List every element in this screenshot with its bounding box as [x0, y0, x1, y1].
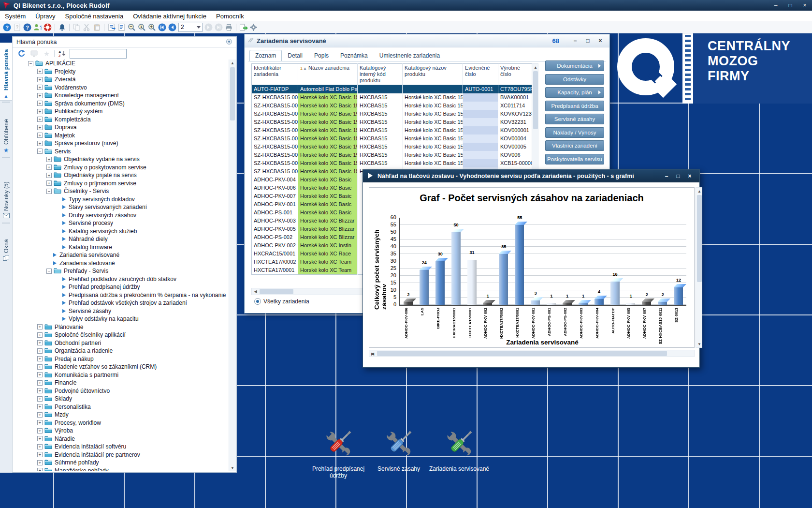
scroll-left-icon[interactable]: ◀ [252, 288, 259, 295]
tree-item-evidencia-in-tal-ci-softv-ru[interactable]: +Evidencia inštalácií softvéru [14, 443, 229, 451]
tree-item-preh-ad-odst-vok-v-etk-ch-strojov-a-zariaden[interactable]: Prehľad odstávok všetkých strojov a zari… [14, 299, 229, 307]
tree-item-financie[interactable]: +Financie [14, 379, 229, 387]
close-icon[interactable]: × [684, 171, 696, 181]
tab-zoznam[interactable]: Zoznam [249, 50, 282, 61]
zoom-100-icon[interactable]: 1 [137, 22, 147, 32]
tree-item-spr-va-dokumentov-dms[interactable]: +Správa dokumentov (DMS) [14, 100, 229, 108]
scroll-thumb[interactable] [697, 195, 702, 282]
tree-item-v-roba[interactable]: +Výroba [14, 427, 229, 435]
tree-item-spolo-n-seln-ky-aplik-ci[interactable]: +Spoločné číselníky aplikácií [14, 331, 229, 339]
zoom-out-icon[interactable] [127, 22, 137, 32]
minimize-icon[interactable]: – [768, 0, 783, 11]
tree-item-s-hrnn-poh-ady[interactable]: +Súhrnné pohľady [14, 459, 229, 467]
n-klady-v-nosy-button[interactable]: Náklady / Výnosy [545, 127, 604, 138]
next-page-icon[interactable] [203, 22, 214, 32]
panel-pin-icon[interactable] [226, 38, 232, 46]
expand-icon[interactable]: + [37, 428, 43, 433]
column-header-katal-gov-intern-k-d-produktu[interactable]: Katalógový interný kód produktu [358, 64, 403, 85]
expand-icon[interactable]: + [37, 340, 43, 345]
column-header-eviden-n-slo[interactable]: Evidenčné číslo [463, 64, 498, 85]
tree-item-servisn-procesy[interactable]: Servisné procesy [14, 219, 229, 227]
expand-icon[interactable]: + [46, 173, 52, 178]
tree-item-evidencia-in-tal-ci-pre-partnerov[interactable]: +Evidencia inštalácií pre partnerov [14, 451, 229, 459]
vlastn-ci-zariaden-button[interactable]: Vlastníci zariadení [545, 140, 604, 151]
cut-icon[interactable] [82, 22, 92, 32]
tree-item-doprava[interactable]: +Doprava [14, 123, 229, 132]
tree-item-kompletiz-cia[interactable]: +Kompletizácia [14, 116, 229, 124]
expand-icon[interactable]: + [37, 133, 43, 138]
dokument-cia-button[interactable]: Dokumentácia [545, 60, 604, 71]
tree-item-podvojn-tovn-ctvo[interactable]: +Podvojné účtovníctvo [14, 387, 229, 395]
zoom-in-icon[interactable] [147, 22, 157, 32]
refresh-icon[interactable] [16, 48, 27, 59]
menu-pravy[interactable]: Úpravy [30, 13, 60, 20]
table-row-sz-hxcbas15-0010[interactable]: SZ-HXCBAS15-0010Horské kolo XC Basic 15"… [252, 143, 532, 151]
radio-selected-icon[interactable] [254, 298, 261, 305]
table-row-sz-hxcbas15-0009[interactable]: SZ-HXCBAS15-0009Horské kolo XC Basic 15"… [252, 134, 532, 143]
expand-icon[interactable]: + [37, 452, 43, 457]
scroll-up-icon[interactable]: ▲ [229, 60, 236, 66]
maximize-icon[interactable]: □ [672, 171, 684, 181]
export-icon[interactable] [238, 22, 248, 32]
poskytovatelia-servisu-button[interactable]: Poskytovatelia servisu [545, 154, 604, 164]
expand-icon[interactable]: + [37, 468, 43, 471]
desktop-icon-zariadenia-servisovan[interactable]: Zariadenia servisované [428, 426, 491, 472]
expand-icon[interactable]: + [37, 117, 43, 122]
tree-item-predaj-a-n-kup[interactable]: +Predaj a nákup [14, 355, 229, 363]
table-row-sz-hxcbas15-0008[interactable]: SZ-HXCBAS15-0008Horské kolo XC Basic 15"… [252, 126, 532, 134]
context-help-icon[interactable]: ? [12, 22, 22, 32]
table-row-sz-hxcbas15-0006[interactable]: SZ-HXCBAS15-0006Horské kolo XC Basic 15"… [252, 110, 532, 118]
tree-item-seln-ky-servis[interactable]: −Číselníky - Servis [14, 187, 229, 195]
tree-item-zariadenia-sledovan[interactable]: Zariadenia sledované [14, 259, 229, 268]
tree-item-objedn-vky-vydan-na-servis[interactable]: +Objednávky vydané na servis [14, 155, 229, 164]
prev-page-icon[interactable] [167, 22, 177, 32]
sort-az-icon[interactable]: AZ [57, 48, 67, 59]
tree-item-zmluvy-o-poskytovanom-servise[interactable]: +Zmluvy o poskytovanom servise [14, 164, 229, 172]
desktop-icon-preh-ad-predp-sanej-dr-by[interactable]: Prehľad predpísanej údržby [307, 426, 370, 479]
expand-icon[interactable]: + [46, 164, 52, 170]
tree-item-knowledge-management[interactable]: +Knowledge management [14, 91, 229, 100]
collapse-icon[interactable]: − [37, 149, 43, 154]
expand-icon[interactable]: + [37, 85, 43, 90]
tree-search-input[interactable] [70, 49, 127, 59]
first-page-icon[interactable] [157, 22, 167, 32]
minimize-icon[interactable]: – [569, 35, 581, 46]
tree-item-preh-ad-podkladov-z-ru-n-ch-d-b-statkov[interactable]: Prehľad podkladov záručných dôb statkov [14, 275, 229, 284]
expand-icon[interactable]: + [37, 93, 43, 98]
help-icon[interactable]: ? [2, 22, 12, 32]
tree-item-pl-novanie[interactable]: +Plánovanie [14, 323, 229, 331]
column-header-katal-gov-n-zov-produktu[interactable]: Katalógový názov produktu [403, 64, 463, 85]
tree-item-preh-ady-servis[interactable]: −Prehľady - Servis [14, 267, 229, 275]
tree-item-mana-rske-poh-ady[interactable]: +Manažérske pohľady [14, 467, 229, 472]
paste-icon[interactable] [92, 22, 102, 32]
preview-vertical-scrollbar[interactable]: ▲ ▼ [696, 187, 702, 348]
tree-item-katal-g-firmware[interactable]: Katalóg firmware [14, 243, 229, 252]
radio-all-devices[interactable]: Všetky zariadenia [254, 298, 309, 305]
predp-san-dr-ba-button[interactable]: Predpísaná údržba [545, 101, 604, 111]
expand-icon[interactable]: + [37, 324, 43, 329]
expand-icon[interactable]: + [37, 364, 43, 370]
settings-icon[interactable] [248, 22, 259, 32]
tree-item-servis[interactable]: −Servis [14, 148, 229, 156]
odst-vky-button[interactable]: Odstávky [545, 74, 604, 85]
column-header-v-robn-slo[interactable]: Výrobné číslo [498, 64, 532, 85]
sidebar-tab-hlavn-ponuka[interactable]: Hlavná ponuka▲ [0, 43, 12, 101]
desktop-icon-servisn-z-sahy[interactable]: Servisné zásahy [367, 426, 430, 472]
preview-titlebar[interactable]: Náhľad na tlačovú zostavu - Vyhodnotenie… [363, 170, 699, 182]
tab-popis[interactable]: Popis [308, 50, 334, 61]
tree-item-zmluvy-o-pr-jmanom-servise[interactable]: +Zmluvy o príjmanom servise [14, 179, 229, 188]
tree-item-zvierat[interactable]: +Zvieratá [14, 75, 229, 84]
expand-icon[interactable]: + [37, 460, 43, 465]
tree-item-publika-n-syst-m[interactable]: +Publikačný systém [14, 107, 229, 116]
close-icon[interactable]: × [594, 35, 607, 46]
preview-horizontal-scrollbar[interactable]: ◀ ▶ [369, 350, 695, 357]
menu-ovl-danie-akt-vnej-funkcie[interactable]: Ovládanie aktívnej funkcie [128, 13, 211, 20]
tree-item-typy-servisn-ch-dokladov[interactable]: Typy servisných dokladov [14, 195, 229, 204]
tree-item-obchodn-partneri[interactable]: +Obchodní partneri [14, 339, 229, 347]
whats-this-icon[interactable]: ? [22, 22, 32, 32]
monitor-icon[interactable] [29, 48, 39, 59]
print-icon[interactable] [224, 22, 234, 32]
expand-icon[interactable]: + [37, 372, 43, 377]
tree-item-riadenie-vz-ahov-so-z-kazn-kmi-crm[interactable]: +Riadenie vzťahov so zákazníkmi (CRM) [14, 363, 229, 371]
notifications-icon[interactable] [57, 22, 67, 32]
